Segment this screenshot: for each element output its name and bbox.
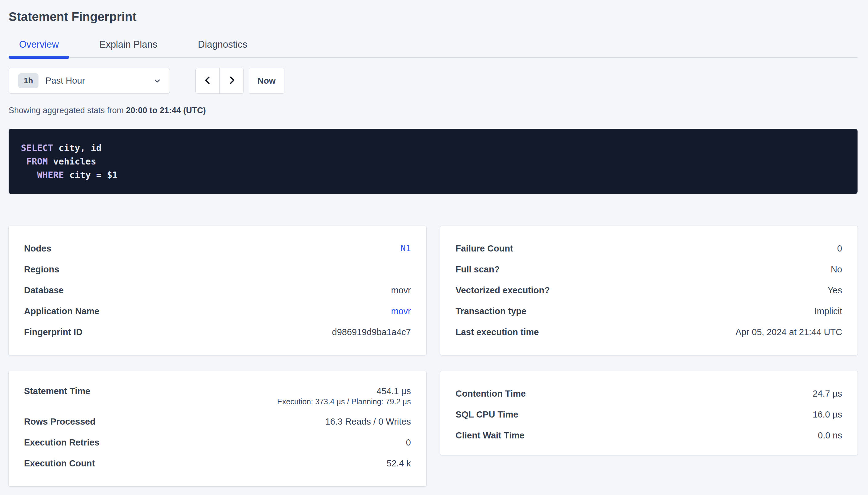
tab-overview[interactable]: Overview: [9, 39, 69, 57]
execution-retries-row: Execution Retries0: [24, 432, 411, 453]
sql-statement-box: SELECT city, id FROM vehicles WHERE city…: [9, 129, 857, 194]
sql-text: vehicles: [48, 156, 96, 167]
contention-time-row: Contention Time24.7 µs: [456, 383, 842, 404]
next-range-button[interactable]: [219, 68, 244, 93]
statement-time-row: Statement Time454.1 µsExecution: 373.4 µ…: [24, 383, 411, 411]
full-scan-row: Full scan?No: [456, 259, 842, 280]
fingerprint-id-value: d986919d9ba1a4c7: [332, 327, 411, 337]
time-range-label: Past Hour: [45, 75, 85, 86]
execution-retries-label: Execution Retries: [24, 437, 99, 448]
statement-time-sub-value: Execution: 373.4 µs / Planning: 79.2 µs: [277, 397, 411, 407]
tab-explain-plans[interactable]: Explain Plans: [89, 39, 168, 57]
fingerprint-id-row: Fingerprint IDd986919d9ba1a4c7: [24, 322, 411, 342]
vectorized-execution-value: Yes: [828, 285, 842, 295]
vectorized-execution-row: Vectorized execution?Yes: [456, 280, 842, 301]
chevron-left-icon: [203, 75, 212, 86]
execution-retries-value: 0: [406, 438, 411, 447]
failure-count-label: Failure Count: [456, 243, 513, 254]
vectorized-execution-label: Vectorized execution?: [456, 285, 550, 295]
now-button[interactable]: Now: [249, 68, 284, 94]
last-execution-time-value: Apr 05, 2024 at 21:44 UTC: [735, 327, 842, 337]
chevron-down-icon: [153, 76, 162, 85]
execution-count-label: Execution Count: [24, 458, 95, 468]
application-name-label: Application Name: [24, 306, 99, 317]
failure-count-value: 0: [837, 243, 842, 253]
rows-processed-row: Rows Processed16.3 Reads / 0 Writes: [24, 411, 411, 432]
failure-count-row: Failure Count0: [456, 238, 842, 259]
sql-cpu-time-value: 16.0 µs: [813, 410, 842, 420]
database-row: Databasemovr: [24, 280, 411, 301]
nodes-row: NodesN1: [24, 238, 411, 259]
full-scan-value: No: [831, 264, 842, 274]
previous-range-button[interactable]: [196, 68, 219, 93]
sql-cpu-time-row: SQL CPU Time16.0 µs: [456, 404, 842, 425]
statement-time-value: 454.1 µs: [376, 386, 411, 396]
wait-timings-card: Contention Time24.7 µsSQL CPU Time16.0 µ…: [440, 371, 857, 455]
statement-details-card: NodesN1RegionsDatabasemovrApplication Na…: [9, 226, 426, 355]
database-label: Database: [24, 285, 64, 295]
full-scan-label: Full scan?: [456, 264, 499, 275]
statement-timings-card: Statement Time454.1 µsExecution: 373.4 µ…: [9, 371, 426, 487]
regions-label: Regions: [24, 264, 59, 275]
aggregated-stats-summary: Showing aggregated stats from 20:00 to 2…: [9, 105, 857, 115]
sql-keyword: SELECT: [21, 143, 53, 153]
application-name-link[interactable]: movr: [391, 306, 411, 316]
time-range-dropdown[interactable]: 1h Past Hour: [9, 68, 170, 94]
time-range-badge: 1h: [18, 73, 38, 88]
execution-count-value: 52.4 k: [387, 458, 411, 468]
nodes-link[interactable]: N1: [400, 243, 411, 253]
sql-keyword: FROM: [26, 156, 48, 167]
application-name-row: Application Namemovr: [24, 301, 411, 322]
fingerprint-id-label: Fingerprint ID: [24, 327, 82, 337]
database-value: movr: [391, 285, 411, 295]
regions-row: Regions: [24, 259, 411, 280]
contention-time-label: Contention Time: [456, 388, 526, 399]
nodes-label: Nodes: [24, 243, 51, 254]
sql-keyword: WHERE: [37, 170, 64, 180]
aggregated-stats-range: 20:00 to 21:44 (UTC): [126, 106, 206, 115]
time-nav-group: [195, 68, 244, 94]
client-wait-time-label: Client Wait Time: [456, 430, 524, 441]
sql-text: [21, 156, 26, 167]
rows-processed-value: 16.3 Reads / 0 Writes: [325, 416, 411, 426]
aggregated-stats-prefix: Showing aggregated stats from: [9, 106, 126, 115]
tab-bar: Overview Explain Plans Diagnostics: [9, 39, 857, 58]
statement-time-label: Statement Time: [24, 386, 90, 396]
execution-count-row: Execution Count52.4 k: [24, 453, 411, 474]
sql-text: city = $1: [64, 170, 118, 180]
sql-cpu-time-label: SQL CPU Time: [456, 409, 518, 420]
page-title: Statement Fingerprint: [9, 0, 857, 23]
transaction-type-label: Transaction type: [456, 306, 526, 317]
tab-diagnostics[interactable]: Diagnostics: [187, 39, 258, 57]
last-execution-time-label: Last execution time: [456, 327, 539, 337]
time-controls: 1h Past Hour Now: [9, 68, 857, 94]
sql-line: FROM vehicles: [21, 155, 845, 168]
last-execution-time-row: Last execution timeApr 05, 2024 at 21:44…: [456, 322, 842, 342]
client-wait-time-row: Client Wait Time0.0 ns: [456, 425, 842, 446]
summary-cards: NodesN1RegionsDatabasemovrApplication Na…: [9, 226, 857, 487]
transaction-type-value: Implicit: [815, 306, 842, 316]
statement-fingerprint-page: Statement Fingerprint Overview Explain P…: [0, 0, 868, 487]
sql-line: SELECT city, id: [21, 141, 845, 155]
transaction-type-row: Transaction typeImplicit: [456, 301, 842, 322]
client-wait-time-value: 0.0 ns: [818, 430, 842, 440]
sql-line: WHERE city = $1: [21, 168, 845, 182]
chevron-right-icon: [227, 75, 236, 86]
contention-time-value: 24.7 µs: [813, 389, 842, 398]
sql-text: [21, 170, 37, 180]
sql-text: city, id: [53, 143, 102, 153]
execution-attributes-card: Failure Count0Full scan?NoVectorized exe…: [440, 226, 857, 355]
rows-processed-label: Rows Processed: [24, 416, 95, 427]
